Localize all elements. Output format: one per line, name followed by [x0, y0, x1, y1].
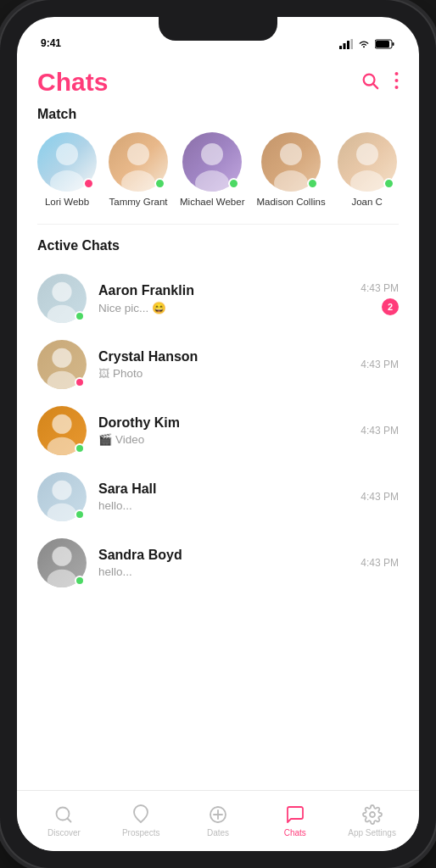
match-avatar-michael	[182, 132, 242, 192]
match-avatar-tammy	[109, 132, 168, 192]
svg-point-20	[356, 143, 378, 165]
unread-badge-aaron: 2	[382, 298, 399, 315]
tab-item-chats[interactable]: Chats	[256, 804, 333, 837]
chat-meta-aaron: 4:43 PM 2	[361, 282, 399, 315]
chat-info-aaron: Aaron Franklin Nice pic... 😄	[98, 283, 349, 314]
match-name-michael: Michael Weber	[180, 197, 245, 207]
chat-preview-aaron: Nice pic... 😄	[98, 301, 349, 314]
chat-meta-sandra: 4:43 PM	[361, 557, 399, 569]
chat-status-dot-aaron	[75, 311, 85, 321]
chat-status-dot-sara	[75, 509, 85, 520]
matches-scroll: Lori Webb Tammy Grant Michael Weber	[17, 132, 419, 224]
chat-time-sandra: 4:43 PM	[361, 557, 399, 569]
chat-item-sandra[interactable]: Sandra Boyd hello... 4:43 PM	[17, 530, 419, 596]
svg-point-29	[48, 504, 77, 521]
svg-point-30	[52, 547, 71, 566]
tab-item-discover[interactable]: Discover	[25, 804, 103, 837]
video-icon: 🎬	[98, 433, 112, 446]
match-status-dot-tammy	[154, 178, 165, 189]
tab-item-app-settings[interactable]: App Settings	[333, 804, 411, 837]
app-settings-tab-label: App Settings	[348, 828, 396, 837]
chat-meta-sara: 4:43 PM	[361, 491, 399, 503]
prospects-tab-icon	[131, 804, 151, 825]
discover-tab-label: Discover	[48, 828, 81, 837]
svg-point-10	[395, 79, 399, 82]
svg-rect-0	[339, 46, 342, 49]
match-avatar-lori	[37, 132, 97, 192]
match-item-michael[interactable]: Michael Weber	[180, 132, 245, 207]
signal-icon	[339, 39, 353, 49]
phone-screen: 9:41	[17, 17, 419, 851]
status-time: 9:41	[41, 37, 61, 49]
photo-icon: 🖼	[98, 367, 109, 380]
chat-info-crystal: Crystal Hanson 🖼 Photo	[98, 349, 349, 380]
svg-point-15	[121, 170, 155, 192]
chat-item-aaron[interactable]: Aaron Franklin Nice pic... 😄 4:43 PM 2	[17, 265, 419, 331]
page-title: Chats	[37, 68, 108, 97]
prospects-tab-label: Prospects	[122, 828, 159, 837]
svg-point-25	[48, 371, 77, 389]
chats-tab-label: Chats	[284, 828, 306, 837]
search-button[interactable]	[361, 71, 379, 94]
match-item-tammy[interactable]: Tammy Grant	[109, 132, 168, 207]
chat-avatar-aaron	[37, 274, 87, 323]
chat-info-dorothy: Dorothy Kim 🎬 Video	[98, 415, 349, 446]
svg-point-22	[52, 282, 71, 302]
match-item-joan[interactable]: Joan C	[338, 132, 397, 207]
svg-point-26	[52, 415, 71, 434]
chat-name-crystal: Crystal Hanson	[98, 349, 349, 364]
discover-tab-icon	[53, 804, 74, 825]
phone-frame: 9:41	[0, 0, 436, 868]
match-item-lori[interactable]: Lori Webb	[37, 132, 97, 207]
tab-bar: Discover Prospects Dates Chats App Setti…	[17, 790, 419, 851]
chat-list: Aaron Franklin Nice pic... 😄 4:43 PM 2	[17, 265, 419, 596]
chat-preview-text-sara: hello...	[98, 499, 132, 512]
svg-point-18	[280, 143, 302, 165]
chat-preview-text-dorothy: Video	[115, 433, 144, 446]
svg-rect-3	[351, 39, 354, 49]
tab-item-dates[interactable]: Dates	[180, 804, 257, 837]
chats-section-label: Active Chats	[17, 238, 419, 265]
chat-preview-text-crystal: Photo	[113, 367, 143, 380]
match-name-lori: Lori Webb	[45, 197, 89, 207]
chat-avatar-sandra	[37, 538, 87, 587]
match-status-dot-joan	[383, 178, 394, 189]
svg-point-21	[350, 170, 384, 192]
svg-point-11	[395, 86, 399, 89]
svg-rect-5	[393, 42, 394, 46]
app-settings-tab-icon	[362, 804, 383, 825]
chat-status-dot-crystal	[75, 377, 85, 387]
status-icons	[339, 39, 395, 49]
match-item-madison[interactable]: Madison Collins	[257, 132, 326, 207]
chat-meta-crystal: 4:43 PM	[361, 359, 399, 370]
svg-point-9	[395, 72, 399, 75]
chat-time-crystal: 4:43 PM	[361, 359, 399, 370]
chat-item-dorothy[interactable]: Dorothy Kim 🎬 Video 4:43 PM	[17, 398, 419, 464]
chat-info-sara: Sara Hall hello...	[98, 481, 349, 512]
chat-preview-crystal: 🖼 Photo	[98, 367, 349, 380]
battery-icon	[375, 39, 395, 49]
svg-point-31	[48, 570, 77, 587]
chat-item-crystal[interactable]: Crystal Hanson 🖼 Photo 4:43 PM	[17, 331, 419, 398]
chat-meta-dorothy: 4:43 PM	[361, 425, 399, 437]
match-avatar-joan	[338, 132, 397, 192]
chat-status-dot-dorothy	[75, 443, 85, 453]
tab-item-prospects[interactable]: Prospects	[103, 804, 180, 837]
chat-status-dot-sandra	[75, 576, 85, 586]
match-name-joan: Joan C	[351, 197, 382, 207]
match-section-label: Match	[17, 107, 419, 132]
match-status-dot-michael	[228, 178, 239, 189]
more-options-button[interactable]	[394, 71, 399, 94]
svg-point-13	[50, 170, 84, 192]
svg-point-28	[52, 481, 71, 500]
svg-point-17	[195, 170, 229, 192]
chat-name-sara: Sara Hall	[98, 481, 349, 497]
svg-point-23	[48, 305, 77, 323]
svg-rect-6	[376, 41, 389, 47]
svg-point-27	[48, 437, 77, 455]
chat-time-aaron: 4:43 PM	[361, 282, 399, 294]
chat-item-sara[interactable]: Sara Hall hello... 4:43 PM	[17, 464, 419, 530]
match-status-dot-madison	[307, 178, 318, 189]
chat-preview-dorothy: 🎬 Video	[98, 433, 349, 446]
wifi-icon	[357, 39, 371, 49]
